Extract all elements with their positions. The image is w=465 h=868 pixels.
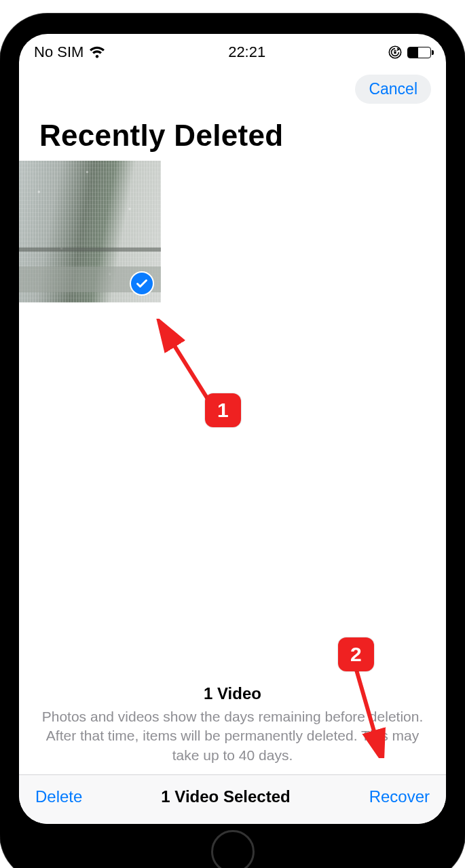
nav-bar: Cancel <box>19 65 446 106</box>
screen: No SIM 22:21 <box>19 34 446 824</box>
delete-button[interactable]: Delete <box>35 787 82 806</box>
info-footer: 1 Video Photos and videos show the days … <box>19 684 446 774</box>
info-description: Photos and videos show the days remainin… <box>33 707 432 765</box>
wifi-icon <box>89 46 105 58</box>
bottom-toolbar: Delete 1 Video Selected Recover <box>19 774 446 824</box>
selection-status: 1 Video Selected <box>161 787 290 806</box>
battery-icon <box>407 47 431 58</box>
status-bar: No SIM 22:21 <box>19 34 446 65</box>
cancel-button[interactable]: Cancel <box>355 75 431 104</box>
page-title: Recently Deleted <box>19 106 446 161</box>
device-frame: No SIM 22:21 <box>0 14 465 868</box>
home-button[interactable] <box>211 830 255 868</box>
rotation-lock-icon <box>388 45 402 59</box>
svg-rect-1 <box>394 52 396 54</box>
photo-grid <box>19 161 446 684</box>
media-thumbnail[interactable] <box>19 161 161 302</box>
selected-check-icon <box>130 271 154 296</box>
clock: 22:21 <box>228 43 265 61</box>
status-left: No SIM <box>34 43 105 61</box>
status-right <box>388 45 431 59</box>
item-count: 1 Video <box>33 684 432 703</box>
carrier-text: No SIM <box>34 43 83 61</box>
recover-button[interactable]: Recover <box>369 787 430 806</box>
